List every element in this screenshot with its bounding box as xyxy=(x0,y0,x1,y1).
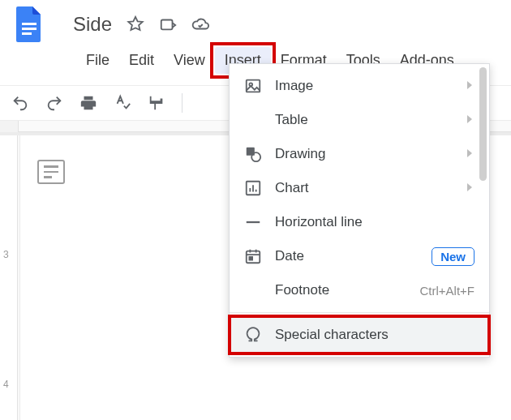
document-outline-button[interactable] xyxy=(37,160,65,184)
calendar-icon xyxy=(244,247,262,265)
menu-view[interactable]: View xyxy=(164,47,215,74)
menu-item-label: Drawing xyxy=(275,146,452,162)
new-badge: New xyxy=(432,247,474,266)
spellcheck-button[interactable] xyxy=(114,94,131,112)
submenu-arrow-icon xyxy=(465,78,474,94)
svg-rect-11 xyxy=(249,257,252,260)
title-area: Side xyxy=(73,13,209,36)
cloud-status-icon[interactable] xyxy=(191,15,209,33)
menu-item-label: Footnote xyxy=(275,282,406,298)
move-icon[interactable] xyxy=(159,15,177,33)
vertical-ruler[interactable]: 3 4 xyxy=(0,135,18,420)
menu-item-date[interactable]: Date New xyxy=(230,239,489,273)
svg-rect-4 xyxy=(247,80,260,92)
menu-edit[interactable]: Edit xyxy=(119,47,164,74)
menu-item-footnote[interactable]: Footnote Ctrl+Alt+F xyxy=(230,273,489,307)
svg-rect-1 xyxy=(22,28,36,30)
menu-item-horizontal-line[interactable]: Horizontal line xyxy=(230,205,489,239)
svg-point-7 xyxy=(251,152,260,161)
star-icon[interactable] xyxy=(127,15,144,33)
menu-item-label: Image xyxy=(275,78,452,94)
drawing-icon xyxy=(244,145,262,163)
menu-item-drawing[interactable]: Drawing xyxy=(230,137,489,171)
menu-item-image[interactable]: Image xyxy=(230,69,489,103)
ruler-mark: 3 xyxy=(3,249,9,260)
menu-item-label: Table xyxy=(275,112,452,128)
menu-file[interactable]: File xyxy=(76,47,119,74)
menu-shortcut: Ctrl+Alt+F xyxy=(419,284,474,298)
svg-rect-0 xyxy=(22,23,36,25)
menu-divider xyxy=(230,312,489,313)
header: Side xyxy=(0,0,511,44)
insert-dropdown: Image Table Drawing Chart Horizontal lin… xyxy=(229,63,490,358)
paint-format-button[interactable] xyxy=(148,94,165,112)
menu-item-table[interactable]: Table xyxy=(230,103,489,137)
omega-icon xyxy=(244,326,262,344)
menu-item-label: Date xyxy=(275,248,419,264)
submenu-arrow-icon xyxy=(465,112,474,128)
docs-logo[interactable] xyxy=(15,5,44,44)
ruler-mark: 4 xyxy=(3,379,9,390)
document-title[interactable]: Side xyxy=(73,13,112,36)
undo-button[interactable] xyxy=(11,94,29,112)
menu-item-chart[interactable]: Chart xyxy=(230,171,489,205)
chart-icon xyxy=(244,179,262,197)
svg-rect-2 xyxy=(22,32,32,35)
menu-item-label: Horizontal line xyxy=(275,214,474,230)
redo-button[interactable] xyxy=(45,94,63,112)
menu-item-special-characters[interactable]: Special characters xyxy=(230,318,489,352)
menu-item-label: Special characters xyxy=(275,327,474,343)
menu-item-label: Chart xyxy=(275,180,452,196)
horizontal-line-icon xyxy=(244,213,262,231)
toolbar-divider xyxy=(182,93,182,113)
svg-rect-3 xyxy=(161,20,173,30)
submenu-arrow-icon xyxy=(465,180,474,196)
print-button[interactable] xyxy=(79,94,97,112)
image-icon xyxy=(244,77,262,95)
submenu-arrow-icon xyxy=(465,146,474,162)
